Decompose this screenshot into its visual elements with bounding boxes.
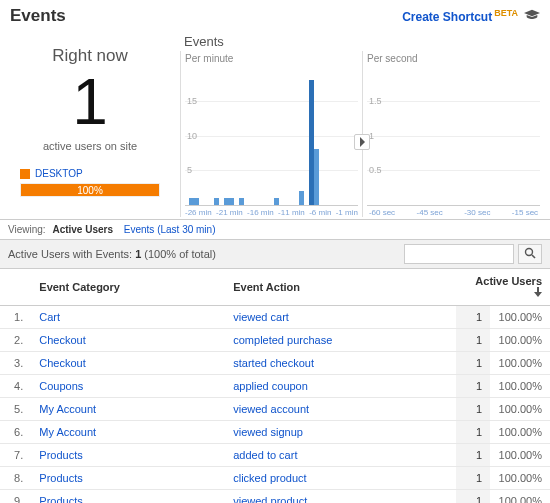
- summary-row: Active Users with Events: 1 (100% of tot…: [0, 240, 550, 269]
- percent-cell: 100.00%: [490, 329, 550, 352]
- report-header: Events Create ShortcutBETA: [0, 0, 550, 30]
- percent-cell: 100.00%: [490, 421, 550, 444]
- active-users-cell: 1: [456, 421, 490, 444]
- table-row: 5.My Accountviewed account1100.00%: [0, 398, 550, 421]
- row-index: 2.: [0, 329, 31, 352]
- per-second-label: Per second: [367, 53, 544, 64]
- active-users-cell: 1: [456, 467, 490, 490]
- event-category-link[interactable]: Coupons: [31, 375, 225, 398]
- row-index: 7.: [0, 444, 31, 467]
- percent-cell: 100.00%: [490, 490, 550, 504]
- row-index: 9.: [0, 490, 31, 504]
- col-event-action[interactable]: Event Action: [225, 269, 456, 306]
- create-shortcut-link[interactable]: Create ShortcutBETA: [402, 8, 518, 24]
- percent-cell: 100.00%: [490, 306, 550, 329]
- events-table: Event Category Event Action Active Users…: [0, 269, 550, 503]
- chart-collapse-toggle[interactable]: [354, 134, 370, 150]
- device-color-swatch: [20, 169, 30, 179]
- search-button[interactable]: [518, 244, 542, 264]
- device-desktop-link[interactable]: DESKTOP: [35, 168, 83, 179]
- viewing-label: Viewing:: [8, 224, 46, 235]
- tab-active-users[interactable]: Active Users: [52, 224, 113, 235]
- device-percent-label: 100%: [21, 184, 159, 198]
- right-now-label: Right now: [10, 46, 170, 66]
- search-input[interactable]: [404, 244, 514, 264]
- row-index: 5.: [0, 398, 31, 421]
- row-index: 1.: [0, 306, 31, 329]
- active-users-cell: 1: [456, 306, 490, 329]
- svg-line-1: [532, 255, 535, 258]
- event-category-link[interactable]: Products: [31, 444, 225, 467]
- svg-point-0: [526, 248, 533, 255]
- beta-badge: BETA: [494, 8, 518, 18]
- event-action-link[interactable]: added to cart: [225, 444, 456, 467]
- per-minute-chart: Per minute 15 10 5: [180, 51, 362, 217]
- col-active-users[interactable]: Active Users: [456, 269, 550, 306]
- per-second-x-labels: -60 sec -45 sec -30 sec -15 sec: [367, 208, 540, 217]
- charts-panel: Events Per minute 15 10 5: [180, 30, 550, 219]
- table-row: 1.Cartviewed cart1100.00%: [0, 306, 550, 329]
- table-row: 3.Checkoutstarted checkout1100.00%: [0, 352, 550, 375]
- tab-events-30min[interactable]: Events (Last 30 min): [124, 224, 216, 235]
- table-row: 2.Checkoutcompleted purchase1100.00%: [0, 329, 550, 352]
- percent-cell: 100.00%: [490, 352, 550, 375]
- per-minute-plot: 15 10 5: [185, 66, 358, 206]
- row-index: 3.: [0, 352, 31, 375]
- charts-title: Events: [184, 34, 544, 49]
- per-second-chart: Per second 1.5 1 0.5 -60 sec -45 sec -30…: [362, 51, 544, 217]
- event-action-link[interactable]: applied coupon: [225, 375, 456, 398]
- graduation-cap-icon[interactable]: [524, 9, 540, 23]
- event-category-link[interactable]: Products: [31, 490, 225, 504]
- table-row: 6.My Accountviewed signup1100.00%: [0, 421, 550, 444]
- event-category-link[interactable]: Products: [31, 467, 225, 490]
- per-minute-label: Per minute: [185, 53, 362, 64]
- percent-cell: 100.00%: [490, 398, 550, 421]
- search-controls: [404, 244, 542, 264]
- viewing-tabs: Viewing: Active Users Events (Last 30 mi…: [0, 220, 550, 240]
- event-category-link[interactable]: Cart: [31, 306, 225, 329]
- header-actions: Create ShortcutBETA: [402, 8, 540, 24]
- table-row: 4.Couponsapplied coupon1100.00%: [0, 375, 550, 398]
- row-index: 8.: [0, 467, 31, 490]
- summary-text: Active Users with Events: 1 (100% of tot…: [8, 248, 216, 260]
- col-event-category[interactable]: Event Category: [31, 269, 225, 306]
- percent-cell: 100.00%: [490, 467, 550, 490]
- active-users-cell: 1: [456, 398, 490, 421]
- percent-cell: 100.00%: [490, 444, 550, 467]
- row-index: 6.: [0, 421, 31, 444]
- event-action-link[interactable]: viewed product: [225, 490, 456, 504]
- event-category-link[interactable]: My Account: [31, 421, 225, 444]
- row-index: 4.: [0, 375, 31, 398]
- active-users-cell: 1: [456, 329, 490, 352]
- table-header-row: Event Category Event Action Active Users: [0, 269, 550, 306]
- event-action-link[interactable]: viewed account: [225, 398, 456, 421]
- event-action-link[interactable]: viewed cart: [225, 306, 456, 329]
- per-minute-x-labels: -26 min -21 min -16 min -11 min -6 min -…: [185, 208, 358, 217]
- active-users-number: 1: [10, 70, 170, 134]
- active-users-cell: 1: [456, 352, 490, 375]
- event-action-link[interactable]: started checkout: [225, 352, 456, 375]
- active-users-subtext: active users on site: [10, 140, 170, 152]
- event-action-link[interactable]: clicked product: [225, 467, 456, 490]
- search-icon: [524, 247, 536, 262]
- event-category-link[interactable]: Checkout: [31, 352, 225, 375]
- table-row: 9.Productsviewed product1100.00%: [0, 490, 550, 504]
- event-action-link[interactable]: viewed signup: [225, 421, 456, 444]
- event-category-link[interactable]: Checkout: [31, 329, 225, 352]
- table-row: 8.Productsclicked product1100.00%: [0, 467, 550, 490]
- table-row: 7.Productsadded to cart1100.00%: [0, 444, 550, 467]
- percent-cell: 100.00%: [490, 375, 550, 398]
- active-users-cell: 1: [456, 375, 490, 398]
- sort-desc-icon: [534, 287, 542, 299]
- page-title: Events: [10, 6, 66, 26]
- event-action-link[interactable]: completed purchase: [225, 329, 456, 352]
- event-category-link[interactable]: My Account: [31, 398, 225, 421]
- per-second-plot: 1.5 1 0.5: [367, 66, 540, 206]
- active-users-cell: 1: [456, 444, 490, 467]
- device-legend: DESKTOP: [20, 168, 170, 179]
- device-percent-bar: 100%: [20, 183, 160, 197]
- right-now-panel: Right now 1 active users on site DESKTOP…: [0, 30, 180, 219]
- active-users-cell: 1: [456, 490, 490, 504]
- overview-section: Right now 1 active users on site DESKTOP…: [0, 30, 550, 220]
